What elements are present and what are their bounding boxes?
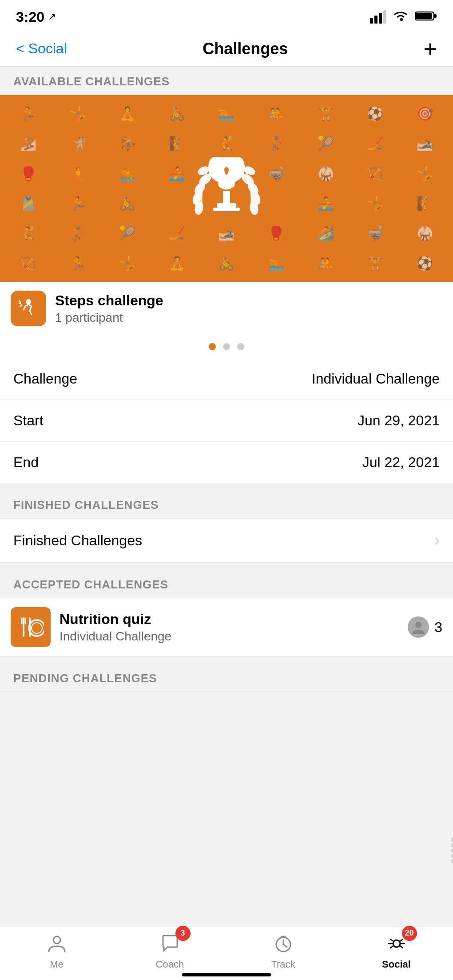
participant-avatar [408,616,429,638]
tab-coach[interactable]: 3 Coach [135,931,206,970]
svg-rect-2 [416,13,432,19]
status-bar: 3:20 ↗ [0,0,453,31]
challenge-text: Steps challenge 1 participant [55,292,163,325]
challenge-type-label: Challenge [13,371,77,387]
clock-icon [274,934,293,953]
svg-rect-15 [213,208,240,211]
svg-point-24 [415,622,421,628]
accepted-participant-count: 3 [434,619,442,636]
participant-count: 1 participant [55,311,163,325]
back-button[interactable]: < Social [16,40,67,57]
nav-bar: < Social Challenges + [0,31,453,67]
status-time: 3:20 [16,9,44,25]
challenge-card[interactable]: 🏃🤸🧘🚴🏊🤼🏋⚽🎯 🏂🤺🏇🧗🤾🏌🎾🏒🎿 🥊🧜🤽🚣🏄🤿🥋🏹🤸 🎽🏃🚴🚣🤸🧗 🤾🏌🎾… [0,95,453,483]
svg-line-33 [390,945,394,948]
tab-bar: Me 3 Coach Track [0,927,453,980]
tab-social-icon-wrap: 20 [384,931,409,956]
tab-me[interactable]: Me [21,931,92,970]
accepted-challenges-header: ACCEPTED CHALLENGES [0,570,453,598]
tab-social-label: Social [382,959,411,970]
tab-me-label: Me [50,959,64,970]
challenge-banner: 🏃🤸🧘🚴🏊🤼🏋⚽🎯 🏂🤺🏇🧗🤾🏌🎾🏒🎿 🥊🧜🤽🚣🏄🤿🥋🏹🤸 🎽🏃🚴🚣🤸🧗 🤾🏌🎾… [0,95,453,282]
svg-point-30 [393,940,400,947]
tab-track-label: Track [271,959,295,970]
challenge-details: Challenge Individual Challenge Start Jun… [0,358,453,483]
svg-line-31 [390,939,394,942]
tab-coach-label: Coach [156,959,184,970]
svg-rect-13 [223,191,230,203]
svg-rect-14 [217,203,236,208]
end-value: Jul 22, 2021 [362,454,440,471]
accepted-challenge-text: Nutrition quiz Individual Challenge [60,611,399,644]
person-icon [47,934,67,953]
carousel-dots [0,335,453,358]
tab-social[interactable]: 20 Social [361,931,432,970]
status-icons [370,10,437,24]
chevron-right-icon: › [434,531,440,550]
challenge-name: Steps challenge [55,292,163,309]
pending-challenges-header: PENDING CHALLENGES [0,664,453,692]
spacer-2 [0,563,453,570]
dot-2[interactable] [223,343,230,350]
tab-coach-icon-wrap: 3 [158,931,183,956]
accepted-challenge-name: Nutrition quiz [60,611,399,628]
vertical-label: 35655 [449,837,453,864]
svg-line-36 [399,945,403,948]
challenge-thumbnail [11,291,46,326]
start-label: Start [13,412,44,429]
add-button[interactable]: + [424,37,437,60]
location-icon: ↗ [48,11,56,23]
nutrition-thumbnail [11,607,51,647]
svg-line-28 [283,944,287,947]
challenge-type-row: Challenge Individual Challenge [0,358,453,400]
accepted-challenge-item[interactable]: Nutrition quiz Individual Challenge 3 [0,598,453,656]
coach-badge: 3 [175,926,191,941]
challenge-info: Steps challenge 1 participant [0,282,453,335]
svg-rect-1 [434,14,437,18]
home-indicator [182,973,271,976]
accepted-challenge-subtitle: Individual Challenge [60,629,399,644]
svg-point-23 [32,623,42,633]
wifi-icon [393,10,409,24]
signal-icon [370,10,386,24]
svg-point-16 [26,299,31,304]
tab-track[interactable]: Track [248,931,319,970]
finished-challenges-label: Finished Challenges [13,532,142,549]
finished-challenges-header: FINISHED CHALLENGES [0,490,453,519]
end-label: End [13,454,39,471]
challenge-type-value: Individual Challenge [312,371,440,387]
pending-section: PENDING CHALLENGES [0,664,453,754]
available-challenges-header: AVAILABLE CHALLENGES [0,67,453,95]
dot-1[interactable] [209,343,216,350]
page-title: Challenges [203,40,288,58]
participant-info: 3 [408,616,442,638]
svg-point-25 [53,936,60,944]
end-date-row: End Jul 22, 2021 [0,442,453,483]
trophy-icon [187,144,266,233]
tab-me-icon-wrap [44,931,69,956]
battery-icon [415,10,437,24]
tab-track-icon-wrap [271,931,296,956]
spacer-1 [0,483,453,490]
start-date-row: Start Jun 29, 2021 [0,400,453,442]
spacer-3 [0,656,453,664]
finished-challenges-row[interactable]: Finished Challenges › [0,519,453,563]
start-value: Jun 29, 2021 [358,412,440,429]
dot-3[interactable] [237,343,244,350]
svg-line-34 [399,939,403,942]
social-badge: 20 [402,926,417,941]
